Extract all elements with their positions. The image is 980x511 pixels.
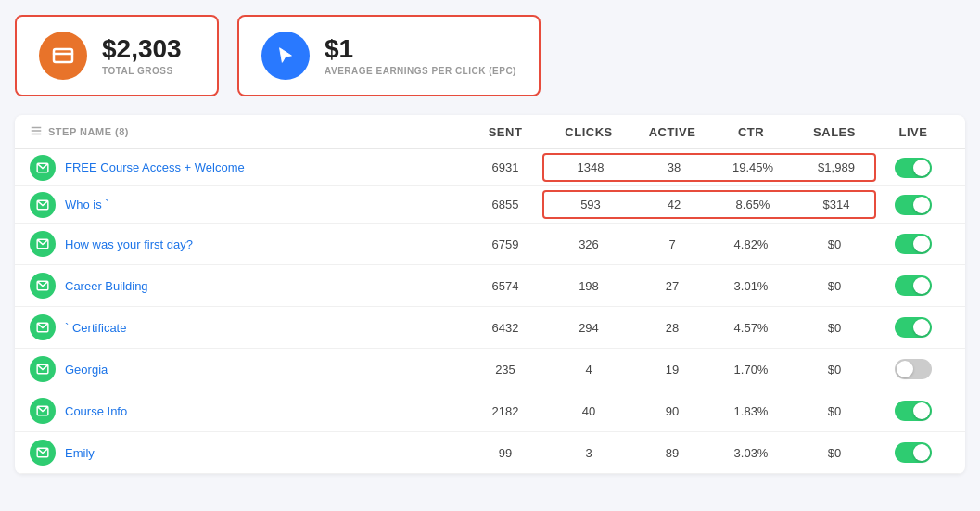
table-container: STEP NAME (8) SENT CLICKS ACTIVE CTR SAL… bbox=[15, 115, 965, 474]
sales-cell: $0 bbox=[793, 237, 876, 251]
active-cell: 19 bbox=[635, 363, 709, 377]
step-name-cell[interactable]: ` Certificate bbox=[30, 314, 468, 340]
sales-cell: $0 bbox=[793, 446, 876, 460]
highlighted-cells-group: 13483819.45%$1,989 bbox=[542, 153, 876, 182]
highlighted-cells-group: 593428.65%$314 bbox=[542, 190, 876, 219]
ctr-cell: 19.45% bbox=[711, 155, 795, 180]
active-cell: 89 bbox=[635, 446, 709, 460]
step-name-label: Georgia bbox=[65, 363, 108, 377]
sales-cell: $0 bbox=[793, 404, 876, 418]
epc-card-label: AVERAGE EARNINGS PER CLICK (EPC) bbox=[325, 66, 516, 76]
step-name-label: Course Info bbox=[65, 404, 127, 418]
active-cell: 42 bbox=[637, 192, 711, 217]
table-row: Career Building 6574198273.01%$0 bbox=[15, 265, 965, 307]
ctr-cell: 3.03% bbox=[709, 446, 793, 460]
th-step-label: STEP NAME (8) bbox=[48, 126, 129, 137]
live-toggle[interactable] bbox=[895, 317, 932, 338]
step-name-cell[interactable]: Georgia bbox=[30, 356, 468, 382]
active-cell: 38 bbox=[637, 155, 711, 180]
table-row: Georgia 2354191.70%$0 bbox=[15, 349, 965, 390]
table-body: FREE Course Access + Welcome 69311348381… bbox=[15, 149, 965, 474]
step-name-cell[interactable]: Emily bbox=[30, 440, 468, 466]
clicks-cell: 3 bbox=[542, 446, 635, 460]
step-icon bbox=[30, 440, 56, 466]
step-icon bbox=[30, 398, 56, 424]
sent-cell: 6432 bbox=[468, 321, 542, 335]
ctr-cell: 8.65% bbox=[711, 192, 795, 217]
sales-cell: $314 bbox=[795, 192, 878, 217]
sent-cell: 6931 bbox=[468, 160, 542, 174]
active-cell: 27 bbox=[635, 279, 709, 293]
svg-rect-0 bbox=[54, 49, 72, 62]
th-sent: SENT bbox=[468, 125, 542, 139]
live-toggle-cell bbox=[876, 317, 950, 338]
th-sales: SALES bbox=[793, 125, 876, 139]
table-row: Course Info 218240901.83%$0 bbox=[15, 390, 965, 432]
cursor-icon bbox=[261, 32, 310, 80]
sales-cell: $0 bbox=[793, 363, 876, 377]
active-cell: 90 bbox=[635, 404, 709, 418]
step-icon bbox=[30, 192, 56, 218]
step-name-cell[interactable]: Course Info bbox=[30, 398, 468, 424]
live-toggle-cell bbox=[876, 359, 950, 379]
ctr-cell: 1.70% bbox=[709, 363, 793, 377]
epc-card-info: $1 AVERAGE EARNINGS PER CLICK (EPC) bbox=[325, 35, 516, 76]
clicks-cell: 198 bbox=[542, 279, 635, 293]
sales-cell: $0 bbox=[793, 279, 876, 293]
live-toggle[interactable] bbox=[895, 401, 932, 421]
ctr-cell: 4.82% bbox=[709, 237, 793, 251]
clicks-cell: 326 bbox=[542, 237, 635, 251]
live-toggle[interactable] bbox=[895, 234, 932, 254]
live-toggle-cell bbox=[876, 234, 950, 254]
th-ctr: CTR bbox=[709, 125, 793, 139]
table-row: FREE Course Access + Welcome 69311348381… bbox=[15, 149, 965, 186]
step-name-cell[interactable]: FREE Course Access + Welcome bbox=[30, 155, 468, 181]
epc-card: $1 AVERAGE EARNINGS PER CLICK (EPC) bbox=[237, 15, 541, 96]
th-active: ACTIVE bbox=[635, 125, 709, 139]
live-toggle-cell bbox=[876, 442, 950, 463]
active-cell: 28 bbox=[635, 321, 709, 335]
step-icon bbox=[30, 356, 56, 382]
clicks-cell: 4 bbox=[542, 363, 635, 377]
step-name-cell[interactable]: Who is ` bbox=[30, 192, 468, 218]
clicks-cell: 294 bbox=[542, 321, 635, 335]
sales-cell: $1,989 bbox=[795, 155, 878, 180]
table-row: Who is ` 6855593428.65%$314 bbox=[15, 186, 965, 224]
clicks-cell: 1348 bbox=[544, 155, 637, 180]
ctr-cell: 4.57% bbox=[709, 321, 793, 335]
clicks-cell: 593 bbox=[544, 192, 637, 217]
card-value: $2,303 bbox=[102, 35, 182, 64]
step-icon bbox=[30, 155, 56, 181]
step-name-label: How was your first day? bbox=[65, 237, 193, 251]
list-icon bbox=[30, 124, 43, 139]
clicks-cell: 40 bbox=[542, 404, 635, 418]
top-cards: $2,303 TOTAL GROSS $1 AVERAGE EARNINGS P… bbox=[15, 15, 965, 96]
ctr-cell: 3.01% bbox=[709, 279, 793, 293]
step-name-label: Career Building bbox=[65, 279, 148, 293]
live-toggle-cell bbox=[876, 195, 950, 215]
sent-cell: 6855 bbox=[468, 198, 542, 211]
ctr-cell: 1.83% bbox=[709, 404, 793, 418]
live-toggle[interactable] bbox=[895, 158, 932, 178]
th-live: LIVE bbox=[876, 125, 950, 139]
th-step: STEP NAME (8) bbox=[30, 124, 468, 139]
step-icon bbox=[30, 273, 56, 299]
sent-cell: 6759 bbox=[468, 237, 542, 251]
sent-cell: 99 bbox=[468, 446, 542, 460]
step-name-cell[interactable]: How was your first day? bbox=[30, 231, 468, 257]
step-icon bbox=[30, 231, 56, 257]
card-info: $2,303 TOTAL GROSS bbox=[102, 35, 182, 76]
sent-cell: 235 bbox=[468, 363, 542, 377]
live-toggle-cell bbox=[876, 275, 950, 296]
live-toggle[interactable] bbox=[895, 195, 932, 215]
card-label: TOTAL GROSS bbox=[102, 66, 182, 76]
live-toggle[interactable] bbox=[895, 359, 932, 379]
table-header: STEP NAME (8) SENT CLICKS ACTIVE CTR SAL… bbox=[15, 115, 965, 149]
live-toggle[interactable] bbox=[895, 442, 932, 463]
live-toggle[interactable] bbox=[895, 275, 932, 296]
step-name-cell[interactable]: Career Building bbox=[30, 273, 468, 299]
sent-cell: 6574 bbox=[468, 279, 542, 293]
dollar-icon bbox=[39, 32, 87, 80]
step-name-label: Emily bbox=[65, 446, 95, 460]
table-row: ` Certificate 6432294284.57%$0 bbox=[15, 307, 965, 349]
